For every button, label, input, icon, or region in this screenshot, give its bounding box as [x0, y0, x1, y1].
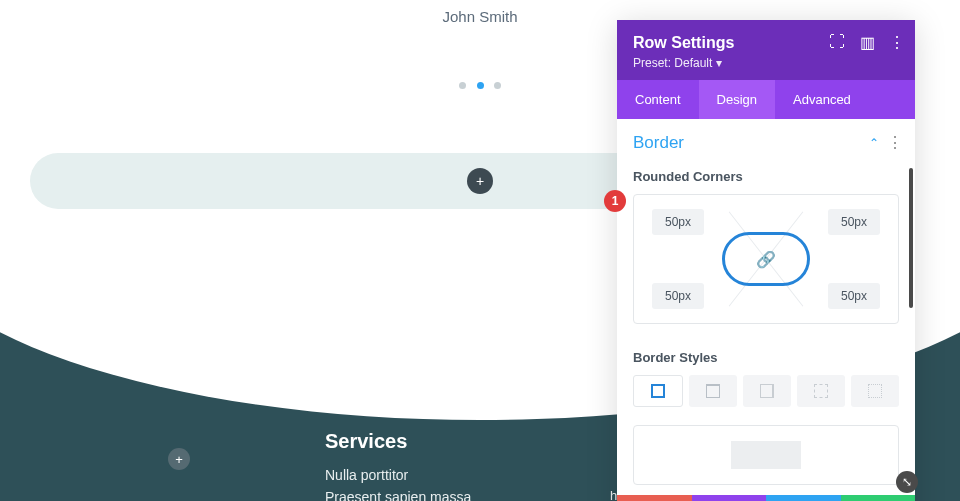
- chevron-up-icon[interactable]: ⌃: [869, 136, 879, 150]
- services-block: Services Nulla porttitor Praesent sapien…: [325, 430, 471, 501]
- border-style-dashed[interactable]: [797, 375, 845, 407]
- tab-advanced[interactable]: Advanced: [775, 80, 869, 119]
- border-style-right[interactable]: [743, 375, 791, 407]
- panel-actions: ✕ ↺ ↻ ✓: [617, 495, 915, 501]
- corner-bl-input[interactable]: [652, 283, 704, 309]
- redo-button[interactable]: ↻: [766, 495, 841, 501]
- border-preview: [731, 441, 801, 469]
- rounded-corners-label: Rounded Corners: [617, 161, 915, 194]
- tab-design[interactable]: Design: [699, 80, 775, 119]
- border-styles-row: [617, 375, 915, 425]
- dot-active[interactable]: [477, 82, 484, 89]
- panel-tabs: Content Design Advanced: [617, 80, 915, 119]
- discard-button[interactable]: ✕: [617, 495, 692, 501]
- undo-button[interactable]: ↺: [692, 495, 767, 501]
- corner-preview: 🔗: [722, 232, 810, 286]
- border-width-control: [633, 425, 899, 485]
- corner-tl-input[interactable]: [652, 209, 704, 235]
- corner-tr-input[interactable]: [828, 209, 880, 235]
- panel-header: Row Settings Preset: Default ▾ ⛶ ▥ ⋮: [617, 20, 915, 80]
- border-style-top[interactable]: [689, 375, 737, 407]
- services-line: Praesent sapien massa: [325, 489, 471, 501]
- preset-dropdown[interactable]: Preset: Default ▾: [633, 56, 899, 70]
- panel-scrollbar[interactable]: [909, 168, 913, 308]
- menu-icon[interactable]: ⋮: [889, 34, 905, 50]
- resize-handle-icon[interactable]: ⤡: [896, 471, 918, 493]
- section-title-border: Border: [633, 133, 684, 152]
- save-button[interactable]: ✓: [841, 495, 916, 501]
- settings-panel: Row Settings Preset: Default ▾ ⛶ ▥ ⋮ Con…: [617, 20, 915, 501]
- add-row-button[interactable]: +: [467, 168, 493, 194]
- columns-icon[interactable]: ▥: [859, 34, 875, 50]
- border-style-dotted[interactable]: [851, 375, 899, 407]
- tab-content[interactable]: Content: [617, 80, 699, 119]
- border-style-all[interactable]: [633, 375, 683, 407]
- add-module-button[interactable]: +: [168, 448, 190, 470]
- services-heading: Services: [325, 430, 471, 453]
- services-line: Nulla porttitor: [325, 467, 471, 483]
- dot[interactable]: [494, 82, 501, 89]
- corner-br-input[interactable]: [828, 283, 880, 309]
- link-icon[interactable]: 🔗: [756, 250, 776, 269]
- annotation-badge-1: 1: [604, 190, 626, 212]
- border-styles-label: Border Styles: [617, 342, 915, 375]
- border-section-header[interactable]: Border ⌃ ⋮: [617, 119, 915, 161]
- section-menu-icon[interactable]: ⋮: [887, 133, 901, 152]
- expand-icon[interactable]: ⛶: [829, 34, 845, 50]
- rounded-corners-control: 🔗: [633, 194, 899, 324]
- dot[interactable]: [459, 82, 466, 89]
